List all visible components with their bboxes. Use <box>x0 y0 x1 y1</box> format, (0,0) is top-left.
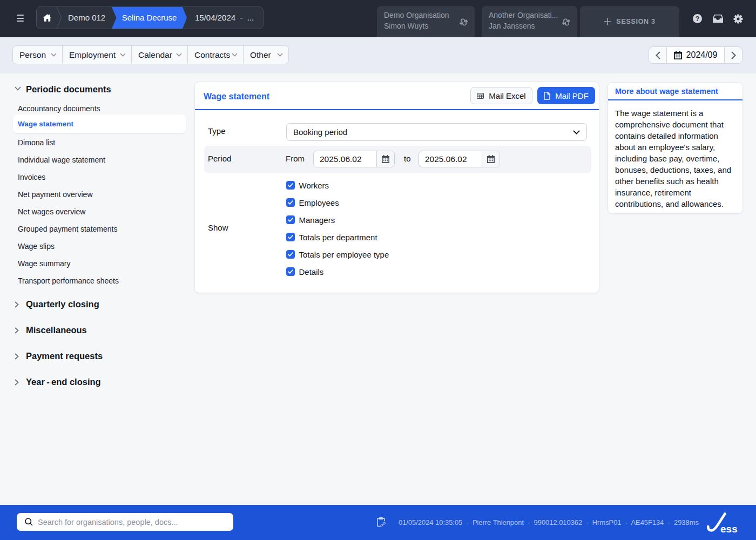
svg-text:?: ? <box>696 15 699 23</box>
svg-text:ess: ess <box>720 523 738 535</box>
